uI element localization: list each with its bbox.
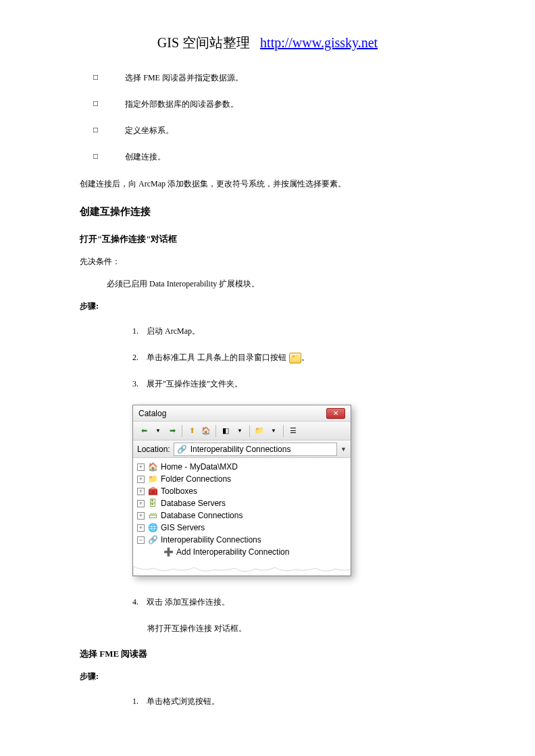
tree-label: Database Connections xyxy=(161,511,243,520)
section-heading: 创建互操作连接 xyxy=(80,205,455,218)
tree-item-dbservers[interactable]: + 🗄 Database Servers xyxy=(137,497,347,509)
interop-icon: 🔗 xyxy=(177,445,188,454)
expand-icon[interactable]: + xyxy=(137,476,145,483)
tree-label: Add Interoperability Connection xyxy=(176,547,289,557)
document-page: GIS 空间站整理 http://www.gissky.net □ 选择 FME… xyxy=(0,0,535,756)
paragraph: 创建连接后，向 ArcMap 添加数据集，更改符号系统，并按属性选择要素。 xyxy=(80,178,455,191)
step-text: 双击 添加互操作连接。 xyxy=(147,597,230,608)
bullet-item: □ 定义坐标系。 xyxy=(80,125,455,136)
site-name: GIS 空间站整理 xyxy=(157,35,250,50)
connect-folder-icon[interactable]: 📁 xyxy=(253,424,266,438)
options-icon[interactable]: ☰ xyxy=(286,424,300,438)
location-input[interactable]: 🔗 Interoperability Connections xyxy=(174,443,337,456)
prereq-text: 必须已启用 Data Interoperability 扩展模块。 xyxy=(107,278,455,290)
bullet-text: 指定外部数据库的阅读器参数。 xyxy=(125,99,238,110)
step-item: 3. 展开"互操作连接"文件夹。 xyxy=(132,378,455,390)
interop-icon: 🔗 xyxy=(147,535,158,545)
dropdown-icon[interactable]: ▼ xyxy=(233,424,247,438)
step-number: 1. xyxy=(132,326,138,336)
step-item: 1. 启动 ArcMap。 xyxy=(132,326,455,337)
dropdown-icon[interactable]: ▼ xyxy=(267,424,280,438)
step-item: 2. 单击标准工具 工具条上的目录窗口按钮 📁 。 xyxy=(132,352,455,363)
step-text: 展开"互操作连接"文件夹。 xyxy=(147,378,243,390)
expand-icon[interactable]: + xyxy=(137,512,145,520)
tree-label: Database Servers xyxy=(161,499,226,508)
toolbox-icon: 🧰 xyxy=(147,486,158,496)
database-server-icon: 🗄 xyxy=(147,499,158,508)
prereq-label: 先决条件： xyxy=(80,256,455,268)
bullet-marker: □ xyxy=(93,72,98,84)
folder-home-icon: 🏠 xyxy=(147,462,158,472)
catalog-window: Catalog ✕ ⬅ ▼ ➡ ⬆ 🏠 ◧ ▼ 📁 ▼ ☰ Location xyxy=(132,405,351,576)
expand-icon[interactable]: + xyxy=(137,500,145,507)
toggle-icon[interactable]: ◧ xyxy=(219,424,232,438)
bullet-text: 定义坐标系。 xyxy=(125,125,174,136)
subsection-heading: 选择 FME 阅读器 xyxy=(80,648,455,660)
tree-label: GIS Servers xyxy=(161,523,205,532)
step-text-end: 。 xyxy=(301,352,309,363)
catalog-title-text: Catalog xyxy=(138,409,166,418)
location-label: Location: xyxy=(137,445,170,454)
separator xyxy=(283,425,284,437)
interop-add-icon: ➕ xyxy=(163,547,174,557)
tree-item-folders[interactable]: + 📁 Folder Connections xyxy=(137,473,347,485)
dropdown-icon[interactable]: ▼ xyxy=(340,446,347,453)
catalog-screenshot: Catalog ✕ ⬅ ▼ ➡ ⬆ 🏠 ◧ ▼ 📁 ▼ ☰ Location xyxy=(132,405,455,576)
page-header: GIS 空间站整理 http://www.gissky.net xyxy=(80,34,455,52)
tree-label: Toolboxes xyxy=(161,486,197,496)
steps-label: 步骤: xyxy=(80,301,455,312)
tree-item-toolboxes[interactable]: + 🧰 Toolboxes xyxy=(137,485,347,497)
expand-icon[interactable]: + xyxy=(137,488,145,495)
dropdown-icon[interactable]: ▼ xyxy=(151,424,165,438)
home-icon[interactable]: 🏠 xyxy=(199,424,213,438)
close-icon[interactable]: ✕ xyxy=(326,408,345,419)
bullet-marker: □ xyxy=(93,99,98,110)
step-subtext: 将打开互操作连接 对话框。 xyxy=(147,623,455,634)
expand-icon[interactable]: + xyxy=(137,463,145,471)
location-value: Interoperability Connections xyxy=(190,445,291,454)
catalog-toolbar: ⬅ ▼ ➡ ⬆ 🏠 ◧ ▼ 📁 ▼ ☰ xyxy=(133,422,351,440)
folder-icon: 📁 xyxy=(147,474,158,484)
expand-icon[interactable]: + xyxy=(137,524,145,532)
separator xyxy=(182,425,182,437)
steps-label: 步骤: xyxy=(80,671,455,682)
bullet-text: 选择 FME 阅读器并指定数据源。 xyxy=(125,72,243,84)
catalog-location-bar: Location: 🔗 Interoperability Connections… xyxy=(133,440,351,458)
bullet-marker: □ xyxy=(93,151,98,163)
step-number: 1. xyxy=(132,697,138,707)
separator xyxy=(215,425,216,437)
step-number: 2. xyxy=(132,353,138,363)
collapse-icon[interactable]: − xyxy=(137,536,145,544)
bullet-marker: □ xyxy=(93,125,98,136)
tree-item-interop[interactable]: − 🔗 Interoperability Connections xyxy=(137,534,347,546)
up-icon[interactable]: ⬆ xyxy=(185,424,199,438)
step-text: 单击标准工具 工具条上的目录窗口按钮 xyxy=(147,352,286,363)
step-text: 单击格式浏览按钮。 xyxy=(147,696,220,707)
step-text: 启动 ArcMap。 xyxy=(147,326,200,337)
bullet-item: □ 指定外部数据库的阅读器参数。 xyxy=(80,99,455,110)
back-icon[interactable]: ⬅ xyxy=(137,424,151,438)
database-connection-icon: 🗃 xyxy=(147,511,158,520)
catalog-titlebar: Catalog ✕ xyxy=(133,405,351,422)
catalog-tree: + 🏠 Home - MyData\MXD + 📁 Folder Connect… xyxy=(133,458,351,566)
tree-label: Folder Connections xyxy=(161,474,231,484)
step-number: 3. xyxy=(132,379,138,389)
tree-item-add-interop[interactable]: ➕ Add Interoperability Connection xyxy=(137,546,347,558)
gis-server-icon: 🌐 xyxy=(147,523,158,532)
bullet-item: □ 选择 FME 阅读器并指定数据源。 xyxy=(80,72,455,84)
step-number: 4. xyxy=(132,597,138,607)
tree-label: Home - MyData\MXD xyxy=(161,462,238,472)
step-item: 4. 双击 添加互操作连接。 xyxy=(132,597,455,608)
tree-item-dbconn[interactable]: + 🗃 Database Connections xyxy=(137,509,347,522)
separator xyxy=(249,425,250,437)
subsection-heading: 打开"互操作连接"对话框 xyxy=(80,233,455,245)
tree-item-home[interactable]: + 🏠 Home - MyData\MXD xyxy=(137,461,347,473)
tree-label: Interoperability Connections xyxy=(161,535,261,545)
forward-icon[interactable]: ➡ xyxy=(165,424,179,438)
site-link[interactable]: http://www.gissky.net xyxy=(260,35,378,50)
bullet-item: □ 创建连接。 xyxy=(80,151,455,163)
tree-item-gisservers[interactable]: + 🌐 GIS Servers xyxy=(137,522,347,534)
step-item: 1. 单击格式浏览按钮。 xyxy=(132,696,455,707)
catalog-window-icon: 📁 xyxy=(289,353,301,363)
torn-edge-decoration xyxy=(133,566,351,576)
